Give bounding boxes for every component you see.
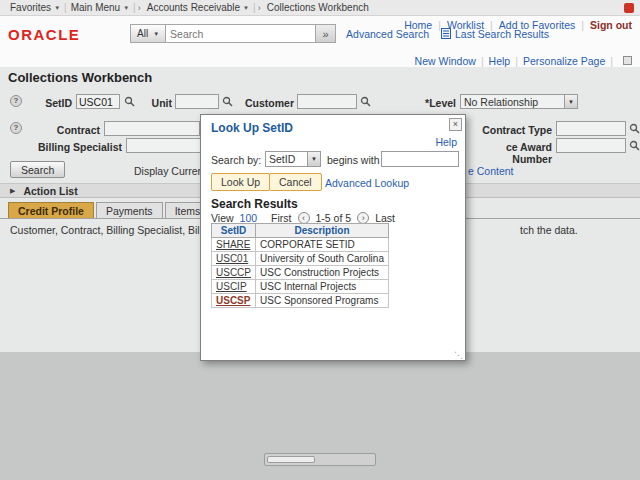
lookup-search-input[interactable] (381, 151, 459, 167)
description-cell: CORPORATE SETID (256, 238, 389, 252)
display-option-label: Display Curren (134, 165, 203, 177)
new-window-link[interactable]: New Window (415, 55, 476, 67)
table-header-row: SetID Description (212, 224, 389, 238)
search-scope-dropdown[interactable]: All ▼ (130, 24, 166, 43)
setid-link[interactable]: SHARE (216, 239, 250, 250)
search-go-button[interactable]: » (316, 24, 336, 43)
table-row: USC01 University of South Carolina (212, 252, 389, 266)
search-input[interactable] (166, 24, 316, 43)
billing-specialist-label: Billing Specialist (26, 141, 122, 153)
chevron-down-icon: ▼ (243, 5, 249, 11)
search-by-select[interactable]: SetID ▼ (265, 151, 321, 167)
chevron-down-icon: ▼ (153, 31, 159, 37)
link-separator: | (476, 55, 489, 67)
search-by-label: Search by: (211, 154, 261, 166)
level-label: *Level (398, 97, 456, 109)
contract-label: Contract (38, 124, 100, 136)
copy-url-icon[interactable] (623, 56, 632, 65)
worklist-link[interactable]: Worklist (447, 19, 484, 31)
contract-type-lookup-icon[interactable] (629, 123, 640, 134)
description-cell: USC Sponsored Programs (256, 294, 389, 308)
unit-input[interactable] (175, 94, 219, 109)
customer-lookup-icon[interactable] (360, 96, 371, 107)
breadcrumb-alert-icon[interactable] (624, 3, 634, 13)
horizontal-scrollbar[interactable] (264, 453, 376, 466)
contract-type-input[interactable] (556, 121, 626, 136)
level-value: No Relationship (461, 95, 564, 108)
unit-label: Unit (144, 97, 172, 109)
setid-link[interactable]: USCCP (216, 267, 251, 278)
search-button[interactable]: Search (10, 161, 65, 178)
setid-cell: USC01 (212, 252, 256, 266)
screen: Favorites ▼ | Main Menu ▼ | › Accounts R… (0, 0, 640, 480)
description-cell: University of South Carolina (256, 252, 389, 266)
table-row: USCCP USC Construction Projects (212, 266, 389, 280)
reference-award-number-label: ce Award Number (466, 141, 552, 165)
table-row: USCIP USC Internal Projects (212, 280, 389, 294)
dialog-help-link[interactable]: Help (435, 136, 457, 148)
advanced-lookup-link[interactable]: Advanced Lookup (325, 177, 409, 189)
link-separator: | (575, 19, 590, 31)
search-by-value: SetID (266, 152, 307, 166)
cancel-button[interactable]: Cancel (269, 173, 322, 191)
setid-input[interactable] (76, 94, 120, 109)
app-header: ORACLE All ▼ » Advanced Search Last Sear… (0, 16, 640, 54)
breadcrumb-main-menu[interactable]: Main Menu ▼ (67, 2, 133, 13)
customer-input[interactable] (297, 94, 357, 109)
setid-link[interactable]: USCSP (216, 295, 250, 306)
breadcrumb-favorites[interactable]: Favorites ▼ (6, 2, 64, 13)
setid-link[interactable]: USCIP (216, 281, 247, 292)
link-separator: | (605, 55, 618, 67)
help-icon[interactable]: ? (10, 122, 22, 134)
close-icon[interactable]: × (449, 118, 462, 131)
breadcrumb-main-menu-label: Main Menu (71, 2, 120, 13)
sign-out-link[interactable]: Sign out (590, 19, 632, 31)
contract-input[interactable] (104, 121, 200, 136)
dialog-title: Look Up SetID (211, 121, 293, 135)
tab-payments[interactable]: Payments (96, 202, 163, 219)
tab-credit-profile[interactable]: Credit Profile (8, 202, 94, 219)
setid-column-header: SetID (212, 224, 256, 238)
setid-link[interactable]: USC01 (216, 253, 248, 264)
resize-handle[interactable]: ⋱ (454, 350, 463, 360)
setid-cell: USCCP (212, 266, 256, 280)
personalize-page-link[interactable]: Personalize Page (523, 55, 605, 67)
setid-label: SetID (28, 97, 72, 109)
chevron-down-icon: ▼ (123, 5, 129, 11)
reference-award-lookup-icon[interactable] (629, 140, 640, 151)
reference-award-number-input[interactable] (556, 138, 626, 153)
look-up-button[interactable]: Look Up (211, 173, 270, 191)
setid-cell: SHARE (212, 238, 256, 252)
operator-label: begins with (327, 154, 380, 166)
help-link[interactable]: Help (489, 55, 511, 67)
contract-type-label: Contract Type (476, 124, 552, 136)
notice-text-right: tch the data. (520, 224, 578, 236)
level-select[interactable]: No Relationship ▼ (460, 94, 578, 109)
customer-label: Customer (240, 97, 294, 109)
setid-lookup-icon[interactable] (124, 96, 135, 107)
link-separator: | (432, 19, 447, 31)
lookup-setid-dialog: Look Up SetID × Help Search by: SetID ▼ … (200, 114, 466, 361)
setid-cell: USCSP (212, 294, 256, 308)
breadcrumb-accounts-receivable[interactable]: Accounts Receivable ▼ (143, 2, 253, 13)
unit-lookup-icon[interactable] (222, 96, 233, 107)
link-separator: | (510, 55, 523, 67)
table-row: USCSP USC Sponsored Programs (212, 294, 389, 308)
scrollbar-thumb[interactable] (267, 456, 315, 463)
breadcrumb: Favorites ▼ | Main Menu ▼ | › Accounts R… (0, 0, 640, 16)
page-title: Collections Workbench (8, 70, 152, 85)
home-link[interactable]: Home (404, 19, 432, 31)
table-row: SHARE CORPORATE SETID (212, 238, 389, 252)
chevron-right-icon: › (256, 3, 263, 13)
chevron-down-icon: ▼ (564, 95, 577, 108)
header-links: Home | Worklist | Add to Favorites | Sig… (404, 19, 632, 31)
add-to-favorites-link[interactable]: Add to Favorites (499, 19, 575, 31)
help-icon[interactable]: ? (10, 95, 22, 107)
description-cell: USC Internal Projects (256, 280, 389, 294)
breadcrumb-collections-workbench[interactable]: Collections Workbench (263, 2, 373, 13)
expand-arrow-icon: ▶ (10, 187, 15, 195)
oracle-logo: ORACLE (8, 26, 80, 43)
description-cell: USC Construction Projects (256, 266, 389, 280)
search-scope-value: All (137, 28, 148, 39)
content-link[interactable]: e Content (468, 165, 514, 177)
